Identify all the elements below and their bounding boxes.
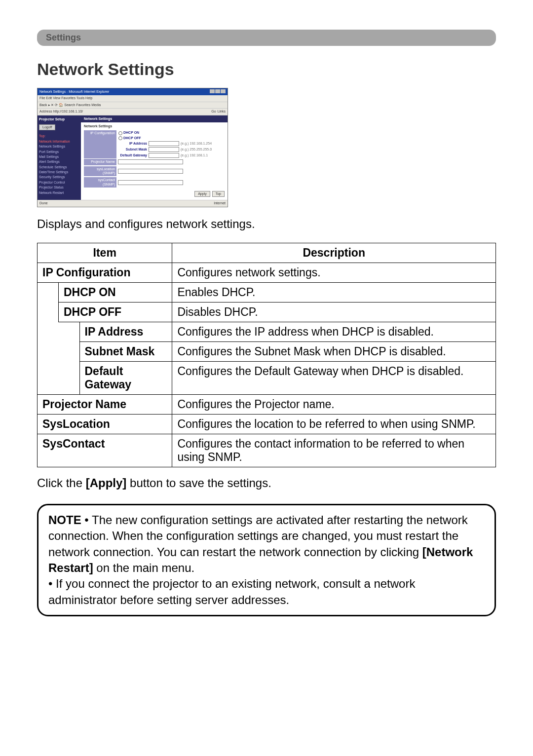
cell-item: Projector Name <box>38 394 172 414</box>
sidebar-item[interactable]: Port Settings <box>39 150 79 154</box>
browser-addressbar: Address http://192.168.1.10/ GoLinks <box>38 109 228 115</box>
projector-name-input[interactable] <box>118 159 183 164</box>
sidebar-item[interactable]: Network Settings <box>39 145 79 149</box>
links-label: Links <box>218 110 226 113</box>
address-label: Address <box>39 110 52 113</box>
content-header: Network Settings <box>81 115 228 122</box>
sidebar-item[interactable]: Schedule Settings <box>39 165 79 169</box>
address-value: http://192.168.1.10/ <box>53 110 83 113</box>
browser-toolbar: Back ▸ ✕ ⟳ 🏠 Search Favorites Media <box>38 102 228 109</box>
sidebar-item[interactable]: Projector Status <box>39 186 79 189</box>
sidebar-item[interactable]: Date/Time Settings <box>39 170 79 174</box>
top-button[interactable]: Top <box>212 191 225 197</box>
settings-table: Item Description IP Configuration Config… <box>37 243 496 467</box>
cell-item: Subnet Mask <box>79 341 172 361</box>
subnet-hint: (e.g.) 255.255.255.0 <box>181 148 212 151</box>
cell-desc: Configures the Projector name. <box>172 394 496 414</box>
table-row: Default Gateway Configures the Default G… <box>38 361 496 394</box>
cell-item: SysContact <box>38 434 172 467</box>
cell-desc: Disables DHCP. <box>172 302 496 322</box>
syscontact-label: sysContact (SNMP) <box>84 177 116 188</box>
projector-name-label: Projector Name <box>84 159 116 165</box>
cell-desc: Configures the Subnet Mask when DHCP is … <box>172 341 496 361</box>
window-titlebar: Network Settings - Microsoft Internet Ex… <box>38 88 228 95</box>
cell-item: DHCP OFF <box>59 302 172 322</box>
cell-item: DHCP ON <box>59 282 172 302</box>
window-buttons <box>209 89 226 94</box>
syslocation-label: sysLocation (SNMP) <box>84 166 116 177</box>
table-row: DHCP ON Enables DHCP. <box>38 282 496 302</box>
ip-address-label: IP Address <box>118 142 147 146</box>
table-row: IP Address Configures the IP address whe… <box>38 322 496 341</box>
table-row: DHCP OFF Disables DHCP. <box>38 302 496 322</box>
th-description: Description <box>172 243 496 263</box>
browser-statusbar: Done Internet <box>38 200 228 206</box>
table-row: IP Configuration Configures network sett… <box>38 263 496 282</box>
ipconfig-label: IP Configuration <box>84 130 116 158</box>
dhcp-off-label: DHCP OFF <box>123 136 141 140</box>
sidebar-item[interactable]: Network Restart <box>39 191 79 195</box>
logoff-button[interactable]: Logoff <box>39 124 55 130</box>
subnet-input[interactable] <box>149 147 179 152</box>
table-row: Projector Name Configures the Projector … <box>38 394 496 414</box>
sidebar-top[interactable]: Top: <box>39 134 79 138</box>
window-title: Network Settings - Microsoft Internet Ex… <box>39 90 109 94</box>
note-label: NOTE <box>48 513 81 527</box>
table-row: SysLocation Configures the location to b… <box>38 414 496 434</box>
ip-address-input[interactable] <box>149 141 179 146</box>
note-box: NOTE • The new configuration settings ar… <box>37 504 496 616</box>
apply-instruction: Click the [Apply] button to save the set… <box>37 476 496 490</box>
syslocation-input[interactable] <box>118 169 183 174</box>
status-right: Internet <box>214 201 226 205</box>
sidebar-item[interactable]: Projector Control <box>39 181 79 185</box>
content-subheader: Network Settings <box>81 122 228 130</box>
apply-button[interactable]: Apply <box>194 191 210 197</box>
go-button: Go <box>211 110 216 113</box>
status-left: Done <box>39 201 48 205</box>
sidebar-item[interactable]: Mail Settings <box>39 155 79 159</box>
section-bar: Settings <box>37 30 496 46</box>
subnet-label: Subnet Mask <box>118 148 147 151</box>
sidebar-item[interactable]: Alert Settings <box>39 160 79 164</box>
sidebar-item[interactable]: Security Settings <box>39 175 79 179</box>
cell-item: IP Address <box>79 322 172 341</box>
ip-address-hint: (e.g.) 192.168.1.254 <box>181 142 212 146</box>
screenshot-mock: Network Settings - Microsoft Internet Ex… <box>37 88 228 207</box>
sidebar-network-info[interactable]: Network Information <box>39 140 79 144</box>
page-heading: Network Settings <box>37 60 496 79</box>
browser-menubar: File Edit View Favorites Tools Help <box>38 95 228 102</box>
cell-desc: Enables DHCP. <box>172 282 496 302</box>
table-row: Subnet Mask Configures the Subnet Mask w… <box>38 341 496 361</box>
cell-item: Default Gateway <box>79 361 172 394</box>
gateway-input[interactable] <box>149 153 179 158</box>
gateway-label: Default Gateway <box>118 153 147 157</box>
dhcp-off-radio[interactable] <box>118 136 122 140</box>
cell-desc: Configures the IP address when DHCP is d… <box>172 322 496 341</box>
table-row: SysContact Configures the contact inform… <box>38 434 496 467</box>
dhcp-on-label: DHCP ON <box>123 131 139 134</box>
syscontact-input[interactable] <box>118 180 183 185</box>
content-area: Network Settings Network Settings IP Con… <box>81 115 228 200</box>
cell-desc: Configures the Default Gateway when DHCP… <box>172 361 496 394</box>
sidebar-brand: Projector Setup <box>39 117 79 121</box>
intro-text: Displays and configures network settings… <box>37 217 496 231</box>
th-item: Item <box>38 243 172 263</box>
cell-desc: Configures the contact information to be… <box>172 434 496 467</box>
dhcp-on-radio[interactable] <box>118 131 122 135</box>
sidebar: Projector Setup Logoff Top: Network Info… <box>38 115 81 200</box>
cell-desc: Configures the location to be referred t… <box>172 414 496 434</box>
cell-item: SysLocation <box>38 414 172 434</box>
cell-item: IP Configuration <box>38 263 172 282</box>
gateway-hint: (e.g.) 192.168.1.1 <box>181 153 208 157</box>
cell-desc: Configures network settings. <box>172 263 496 282</box>
